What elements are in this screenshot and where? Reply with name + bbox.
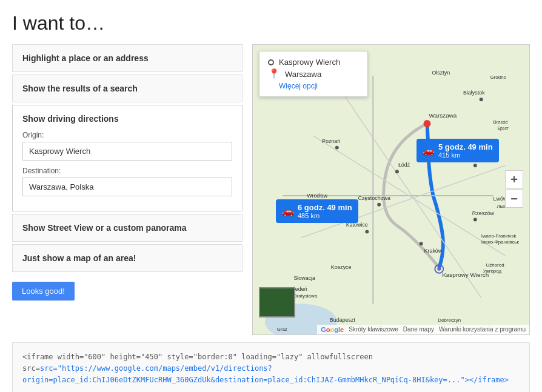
map-footer: Google Skróty klawiszowe Dane mapy Warun… (317, 325, 529, 334)
svg-text:Debreczyn: Debreczyn (438, 317, 461, 323)
svg-point-14 (480, 98, 483, 101)
zoom-out-button[interactable]: − (505, 190, 523, 208)
svg-text:Wrocław: Wrocław (307, 193, 328, 199)
svg-point-11 (395, 170, 399, 173)
option-search-label: Show the results of a search (22, 84, 138, 93)
left-panel: Highlight a place or an address Show the… (12, 44, 243, 301)
svg-point-17 (365, 230, 369, 233)
bubble2-time: 6 godz. 49 min (298, 203, 352, 212)
popup-origin-row: Kasprowy Wierch (268, 58, 359, 67)
svg-text:Koszyce: Koszyce (331, 264, 352, 270)
code-line2-url: src="https://www.google.com/maps/embed/v… (40, 364, 272, 373)
option-area-label: Just show a map of an area! (22, 253, 136, 263)
popup-origin-text: Kasprowy Wierch (279, 58, 340, 67)
destination-group: Destination: (22, 167, 232, 196)
svg-text:Poznań: Poznań (322, 138, 340, 144)
destination-input[interactable] (22, 178, 232, 196)
svg-text:Grodno: Grodno (490, 75, 507, 80)
svg-text:Brześć: Brześć (493, 119, 508, 125)
svg-text:Łódź: Łódź (398, 162, 410, 168)
popup-dest-row: 📍 Warszawa (268, 69, 359, 79)
svg-point-12 (335, 146, 339, 150)
svg-point-15 (473, 164, 477, 167)
car-icon-1: 🚗 (423, 145, 435, 156)
svg-text:Warszawa: Warszawa (429, 112, 457, 119)
svg-text:Użhorod: Użhorod (486, 262, 504, 268)
svg-text:Budapeszt: Budapeszt (330, 317, 356, 323)
destination-label: Destination: (22, 167, 232, 175)
popup-dest-text: Warszawa (285, 70, 321, 79)
code-line1: <iframe width="600" height="450" style="… (22, 353, 373, 361)
svg-text:Брэст: Брэст (497, 126, 509, 131)
route-bubble-2: 🚗 6 godz. 49 min 485 km (276, 199, 358, 223)
svg-point-16 (473, 218, 477, 222)
minimap (259, 287, 295, 317)
zoom-in-button[interactable]: + (505, 170, 523, 188)
option-streetview-label: Show Street View or a custom panorama (22, 223, 186, 233)
svg-text:Ужгород: Ужгород (483, 268, 502, 274)
directions-popup: Kasprowy Wierch 📍 Warszawa Więcej opcji (259, 51, 368, 97)
option-highlight[interactable]: Highlight a place or an address (12, 44, 243, 72)
svg-point-18 (377, 203, 381, 207)
svg-point-9 (437, 267, 441, 271)
destination-pin-icon: 📍 (268, 69, 280, 79)
svg-text:Kasprowy Wierch: Kasprowy Wierch (442, 271, 489, 278)
svg-point-10 (420, 242, 423, 245)
option-highlight-label: Highlight a place or an address (22, 53, 149, 63)
car-icon-2: 🚗 (282, 205, 294, 217)
bubble1-time: 5 godz. 49 min (438, 142, 493, 151)
map-container: Warszawa Kasprowy Wierch Kraków Łódź Poz… (252, 44, 530, 335)
code-line2-prefix: src= (22, 364, 40, 373)
svg-point-7 (424, 120, 431, 127)
main-layout: Highlight a place or an address Show the… (12, 44, 530, 335)
origin-label: Origin: (22, 131, 232, 139)
map-background: Warszawa Kasprowy Wierch Kraków Łódź Poz… (253, 45, 529, 334)
more-options-link[interactable]: Więcej opcji (279, 82, 318, 90)
option-streetview[interactable]: Show Street View or a custom panorama (12, 214, 243, 242)
shortcuts-text: Skróty klawiszowe (349, 326, 398, 333)
origin-group: Origin: (22, 131, 232, 161)
svg-text:Івано-Франківськ: Івано-Франківськ (481, 239, 520, 245)
svg-text:Rzeszów: Rzeszów (472, 210, 495, 216)
origin-dot-icon (268, 59, 274, 65)
option-area[interactable]: Just show a map of an area! (12, 244, 243, 272)
svg-text:Bratysława: Bratysława (293, 293, 317, 299)
svg-text:Częstochowa: Częstochowa (358, 195, 390, 201)
google-logo: Google (321, 326, 344, 333)
option-search[interactable]: Show the results of a search (12, 75, 243, 102)
terms-text: Warunki korzystania z programu (439, 326, 526, 333)
svg-text:Graz: Graz (277, 327, 287, 332)
route-bubble-1: 🚗 5 godz. 49 min 415 km (417, 139, 499, 162)
bubble2-dist: 485 km (298, 212, 352, 219)
origin-input[interactable] (22, 142, 232, 161)
bubble1-dist: 415 km (438, 151, 493, 159)
looks-good-button[interactable]: Looks good! (12, 282, 75, 301)
svg-text:Białystok: Białystok (463, 90, 485, 96)
svg-text:Iwano-Frankivsk: Iwano-Frankivsk (481, 233, 517, 239)
driving-title: Show driving directions (22, 114, 232, 124)
svg-text:Kraków: Kraków (424, 248, 443, 254)
code-block: <iframe width="600" height="450" style="… (12, 342, 530, 392)
option-driving: Show driving directions Origin: Destinat… (12, 105, 243, 211)
svg-text:Olsztyn: Olsztyn (432, 70, 450, 76)
map-controls: + − (505, 170, 523, 209)
svg-text:Słowacja: Słowacja (293, 275, 315, 281)
code-line3: origin=place_id:ChIJ06eDtZKMFUcRHW_360GZ… (22, 376, 509, 384)
map-data-text: Dane mapy (403, 326, 434, 333)
page-title: I want to… (12, 12, 530, 35)
